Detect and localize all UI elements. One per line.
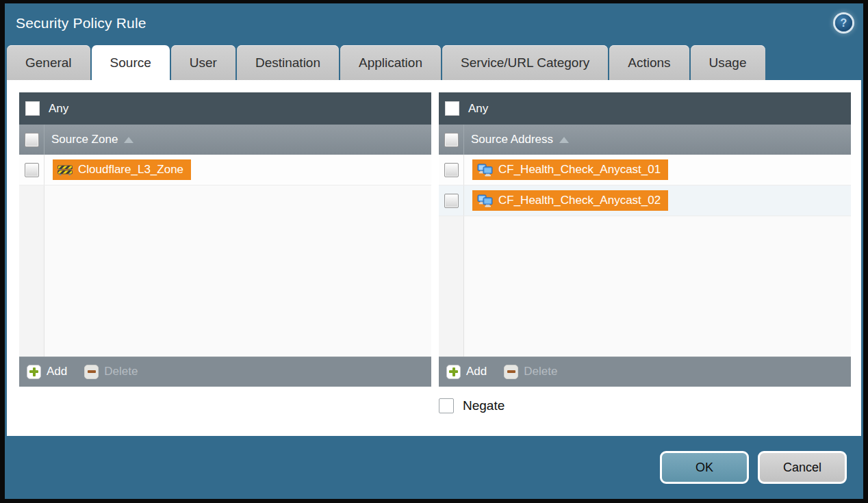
tab-service-url-category[interactable]: Service/URL Category (442, 45, 608, 80)
dialog-title: Security Policy Rule (16, 15, 146, 31)
add-address-button[interactable]: Add (446, 365, 487, 379)
tab-general[interactable]: General (7, 45, 90, 80)
sort-asc-icon (124, 137, 133, 143)
source-address-select-all-checkbox[interactable] (444, 133, 459, 147)
source-zone-toolbar: Add Delete (19, 357, 431, 387)
plus-icon (446, 365, 461, 379)
address-entry[interactable]: CF_Health_Check_Anycast_02 (472, 190, 668, 211)
delete-zone-button[interactable]: Delete (84, 365, 138, 379)
titlebar: Security Policy Rule ? (5, 3, 863, 42)
source-address-any-row: Any (439, 92, 851, 125)
row-checkbox[interactable] (444, 163, 459, 177)
address-entry-label: CF_Health_Check_Anycast_01 (498, 163, 661, 177)
source-zone-panel: Any Source Zone (19, 92, 431, 387)
tab-destination[interactable]: Destination (237, 45, 339, 80)
row-checkbox[interactable] (444, 194, 459, 208)
minus-icon (504, 365, 518, 379)
source-address-any-checkbox[interactable] (445, 101, 459, 116)
add-zone-button[interactable]: Add (27, 365, 67, 379)
ok-button[interactable]: OK (660, 451, 749, 484)
table-row[interactable]: CF_Health_Check_Anycast_02 (439, 185, 851, 216)
source-zone-column-header: Source Zone (19, 125, 431, 155)
source-zone-any-row: Any (19, 92, 431, 125)
tab-user[interactable]: User (171, 45, 235, 80)
source-address-any-label: Any (468, 102, 488, 116)
zone-entry-label: Cloudflare_L3_Zone (78, 163, 183, 177)
security-policy-rule-dialog: Security Policy Rule ? General Source Us… (5, 3, 863, 499)
zone-icon (58, 164, 73, 176)
source-zone-any-label: Any (49, 102, 68, 116)
delete-address-button[interactable]: Delete (504, 365, 557, 379)
source-address-column-header: Source Address (439, 125, 851, 155)
zone-entry[interactable]: Cloudflare_L3_Zone (53, 159, 191, 180)
tab-actions[interactable]: Actions (609, 45, 689, 80)
address-entry[interactable]: CF_Health_Check_Anycast_01 (472, 159, 668, 180)
source-zone-list: Cloudflare_L3_Zone (19, 155, 431, 357)
source-address-column-title[interactable]: Source Address (471, 133, 553, 146)
tab-application[interactable]: Application (340, 45, 441, 80)
address-entry-label: CF_Health_Check_Anycast_02 (498, 194, 661, 207)
sort-asc-icon (559, 137, 569, 143)
table-row[interactable]: Cloudflare_L3_Zone (19, 155, 431, 185)
negate-checkbox[interactable] (439, 398, 454, 413)
source-zone-select-all-checkbox[interactable] (25, 133, 39, 147)
negate-label: Negate (463, 398, 505, 413)
source-zone-any-checkbox[interactable] (25, 101, 40, 116)
source-address-panel: Any Source Address (439, 92, 851, 387)
tab-content-source: Any Source Zone (7, 80, 861, 436)
dialog-footer: OK Cancel (5, 436, 863, 499)
plus-icon (27, 365, 41, 379)
address-icon (477, 164, 493, 177)
source-zone-column-title[interactable]: Source Zone (51, 133, 118, 146)
source-address-list: CF_Health_Check_Anycast_01 (439, 155, 851, 357)
tab-bar: General Source User Destination Applicat… (5, 42, 863, 80)
tab-usage[interactable]: Usage (691, 45, 765, 80)
tab-source[interactable]: Source (92, 45, 170, 80)
row-checkbox[interactable] (25, 163, 39, 177)
minus-icon (84, 365, 99, 379)
negate-row: Negate (439, 398, 861, 413)
address-icon (477, 194, 493, 207)
cancel-button[interactable]: Cancel (758, 451, 847, 484)
source-address-toolbar: Add Delete (439, 357, 851, 387)
table-row[interactable]: CF_Health_Check_Anycast_01 (439, 155, 851, 185)
help-icon[interactable]: ? (835, 14, 852, 31)
